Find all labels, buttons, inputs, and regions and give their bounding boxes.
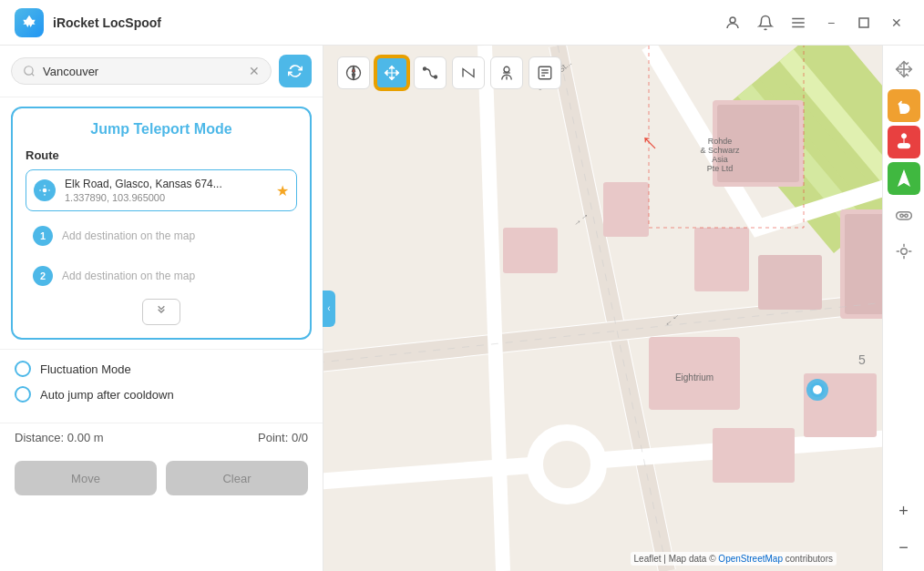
history-tool-button[interactable] (529, 56, 561, 89)
dest-num-1: 1 (33, 226, 53, 246)
main-content: ✕ Jump Teleport Mode Route (0, 46, 924, 571)
svg-point-58 (899, 214, 902, 217)
search-clear-button[interactable]: ✕ (249, 64, 260, 78)
route-star-icon[interactable]: ★ (276, 182, 289, 199)
leaflet-credit: Leaflet (634, 554, 662, 564)
destination-2[interactable]: 2 Add destination on the map (26, 259, 297, 293)
clear-button[interactable]: Clear (166, 461, 308, 495)
auto-jump-radio[interactable] (15, 386, 31, 403)
svg-point-61 (900, 249, 907, 255)
svg-rect-19 (694, 228, 749, 291)
app-logo (15, 8, 44, 37)
svg-text:& Schwarz: & Schwarz (700, 146, 740, 155)
route-s-tool-button[interactable] (414, 56, 447, 89)
teleport-panel: Jump Teleport Mode Route Elk Road, Glasc… (11, 107, 312, 340)
osm-link[interactable]: OpenStreetMap (718, 554, 783, 564)
action-buttons: Move Clear (0, 452, 323, 505)
svg-point-13 (535, 433, 599, 496)
search-wrapper: ✕ (11, 57, 272, 85)
svg-marker-56 (898, 171, 909, 186)
svg-point-44 (435, 76, 437, 78)
auto-jump-radio-inner (19, 391, 26, 398)
svg-rect-20 (758, 255, 822, 310)
map-area[interactable]: →→ ←← Rohde & Schwarz Asia Pte Ltd Soo K… (323, 46, 882, 571)
svg-marker-42 (353, 73, 355, 80)
route-label: Route (26, 148, 297, 162)
right-sidebar: + − (882, 46, 924, 571)
point-label: Point: (258, 431, 288, 444)
svg-text:Rohde: Rohde (708, 137, 733, 146)
route-info: Elk Road, Glasco, Kansas 674... 1.337890… (65, 178, 267, 203)
svg-point-39 (813, 385, 822, 394)
svg-text:Eightrium: Eightrium (675, 372, 714, 382)
user-button[interactable] (720, 10, 745, 36)
vr-button[interactable] (888, 199, 920, 231)
location-button[interactable] (888, 235, 920, 268)
auto-jump-label: Auto jump after cooldown (40, 388, 174, 402)
svg-text:Asia: Asia (712, 155, 728, 164)
title-bar: iRocket LocSpoof − ✕ (0, 0, 924, 46)
joystick-button[interactable] (888, 126, 920, 158)
search-icon (23, 65, 36, 77)
collapse-tab[interactable]: ‹ (323, 291, 335, 327)
svg-point-0 (730, 17, 735, 23)
notifications-button[interactable] (753, 10, 778, 36)
left-panel: ✕ Jump Teleport Mode Route (0, 46, 323, 571)
close-button[interactable]: ✕ (884, 10, 909, 36)
svg-rect-24 (713, 428, 795, 483)
menu-button[interactable] (785, 10, 811, 36)
svg-text:5: 5 (858, 352, 866, 367)
destination-1[interactable]: 1 Add destination on the map (26, 219, 297, 253)
dest-text-2: Add destination on the map (62, 270, 195, 282)
svg-rect-22 (503, 228, 558, 273)
search-refresh-button[interactable] (279, 55, 312, 87)
svg-line-6 (32, 74, 35, 76)
svg-rect-53 (898, 144, 909, 148)
fluctuation-label: Fluctuation Mode (40, 362, 131, 376)
contributors-text: contributors (785, 554, 833, 564)
map-svg: →→ ←← Rohde & Schwarz Asia Pte Ltd Soo K… (323, 46, 882, 571)
svg-point-55 (901, 134, 906, 138)
map-toolbar (337, 56, 561, 89)
zoom-out-button[interactable]: − (888, 531, 920, 564)
move-button[interactable]: Move (15, 461, 157, 495)
route-name: Elk Road, Glasco, Kansas 674... (65, 178, 267, 190)
svg-rect-21 (603, 182, 649, 237)
point-display: Point: 0/0 (258, 431, 308, 444)
map-attribution: Leaflet | Map data © OpenStreetMap contr… (631, 552, 837, 566)
person-tool-button[interactable] (490, 56, 523, 89)
distance-info: Distance: 0.00 m Point: 0/0 (0, 423, 323, 452)
auto-jump-option[interactable]: Auto jump after cooldown (15, 386, 308, 403)
teleport-title: Jump Teleport Mode (26, 121, 297, 138)
point-value: 0/0 (292, 431, 308, 444)
svg-rect-17 (845, 214, 882, 314)
freeze-button[interactable] (888, 53, 920, 86)
route-n-tool-button[interactable] (452, 56, 485, 89)
svg-point-43 (424, 67, 426, 70)
navigate-button[interactable] (888, 162, 920, 195)
svg-point-7 (43, 189, 47, 193)
options-section: Fluctuation Mode Auto jump after cooldow… (0, 349, 323, 423)
expand-button[interactable] (142, 299, 180, 325)
search-bar: ✕ (0, 46, 323, 97)
distance-value: 0.00 m (67, 431, 104, 444)
zoom-in-button[interactable]: + (888, 495, 920, 527)
expand-section (26, 299, 297, 325)
route-coords: 1.337890, 103.965000 (65, 192, 267, 203)
minimize-button[interactable]: − (818, 10, 844, 36)
fluctuation-option[interactable]: Fluctuation Mode (15, 361, 308, 377)
move-tool-button[interactable] (375, 56, 408, 89)
window-controls: − ✕ (720, 10, 909, 36)
svg-rect-4 (859, 18, 868, 27)
search-input[interactable] (43, 65, 241, 78)
route-item[interactable]: Elk Road, Glasco, Kansas 674... 1.337890… (26, 169, 297, 211)
svg-text:Pte Ltd: Pte Ltd (707, 164, 734, 173)
svg-marker-41 (353, 66, 355, 74)
back-button[interactable] (888, 89, 920, 122)
svg-point-45 (504, 66, 509, 72)
distance-label: Distance: (15, 431, 64, 444)
fluctuation-radio[interactable] (15, 361, 31, 377)
svg-point-5 (25, 66, 33, 75)
maximize-button[interactable] (851, 10, 877, 36)
compass-tool-button[interactable] (337, 56, 370, 89)
